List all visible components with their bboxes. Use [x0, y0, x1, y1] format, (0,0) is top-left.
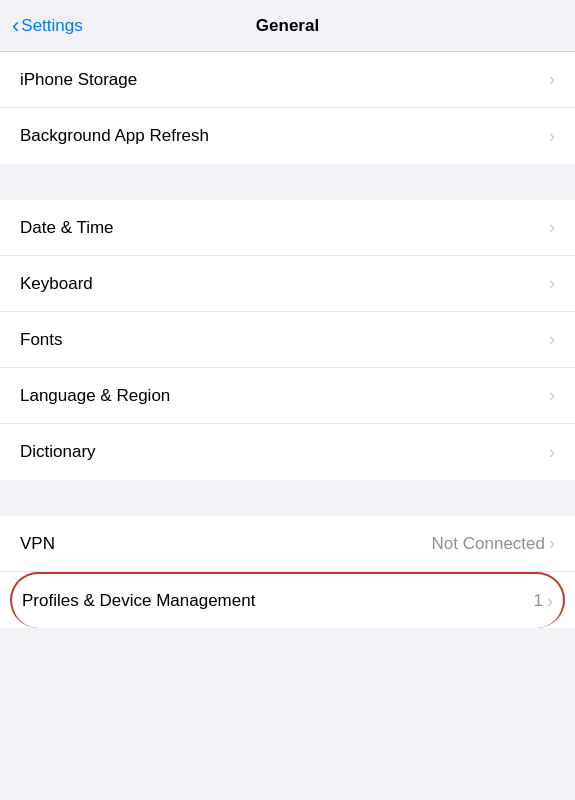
keyboard-row[interactable]: Keyboard ›: [0, 256, 575, 312]
back-chevron-icon: ‹: [12, 15, 19, 37]
dictionary-chevron-icon: ›: [549, 442, 555, 463]
section-vpn: VPN Not Connected › Profiles & Device Ma…: [0, 516, 575, 628]
date-time-row[interactable]: Date & Time ›: [0, 200, 575, 256]
vpn-chevron-icon: ›: [549, 533, 555, 554]
fonts-chevron-icon: ›: [549, 329, 555, 350]
section-storage: iPhone Storage › Background App Refresh …: [0, 52, 575, 164]
iphone-storage-right: ›: [549, 69, 555, 90]
language-region-label: Language & Region: [20, 386, 170, 406]
vpn-right: Not Connected ›: [432, 533, 555, 554]
profiles-device-management-chevron-icon: ›: [547, 591, 553, 612]
fonts-right: ›: [549, 329, 555, 350]
page-title: General: [256, 16, 319, 36]
dictionary-label: Dictionary: [20, 442, 96, 462]
vpn-value: Not Connected: [432, 534, 545, 554]
section-gap-2: [0, 480, 575, 516]
section-gap-1: [0, 164, 575, 200]
language-region-chevron-icon: ›: [549, 385, 555, 406]
background-app-refresh-right: ›: [549, 126, 555, 147]
date-time-right: ›: [549, 217, 555, 238]
section-datetime: Date & Time › Keyboard › Fonts › Languag…: [0, 200, 575, 480]
dictionary-right: ›: [549, 442, 555, 463]
iphone-storage-row[interactable]: iPhone Storage ›: [0, 52, 575, 108]
background-app-refresh-label: Background App Refresh: [20, 126, 209, 146]
nav-bar: ‹ Settings General: [0, 0, 575, 52]
profiles-device-management-row[interactable]: Profiles & Device Management 1 ›: [10, 572, 565, 628]
background-app-refresh-chevron-icon: ›: [549, 126, 555, 147]
back-label: Settings: [21, 16, 82, 36]
date-time-label: Date & Time: [20, 218, 114, 238]
back-button[interactable]: ‹ Settings: [12, 15, 83, 37]
vpn-label: VPN: [20, 534, 55, 554]
fonts-label: Fonts: [20, 330, 63, 350]
language-region-right: ›: [549, 385, 555, 406]
vpn-row[interactable]: VPN Not Connected ›: [0, 516, 575, 572]
keyboard-label: Keyboard: [20, 274, 93, 294]
profiles-device-management-label: Profiles & Device Management: [22, 591, 255, 611]
iphone-storage-chevron-icon: ›: [549, 69, 555, 90]
dictionary-row[interactable]: Dictionary ›: [0, 424, 575, 480]
keyboard-chevron-icon: ›: [549, 273, 555, 294]
keyboard-right: ›: [549, 273, 555, 294]
background-app-refresh-row[interactable]: Background App Refresh ›: [0, 108, 575, 164]
profiles-device-management-value: 1: [534, 591, 543, 611]
date-time-chevron-icon: ›: [549, 217, 555, 238]
iphone-storage-label: iPhone Storage: [20, 70, 137, 90]
profiles-device-management-right: 1 ›: [534, 591, 553, 612]
fonts-row[interactable]: Fonts ›: [0, 312, 575, 368]
language-region-row[interactable]: Language & Region ›: [0, 368, 575, 424]
